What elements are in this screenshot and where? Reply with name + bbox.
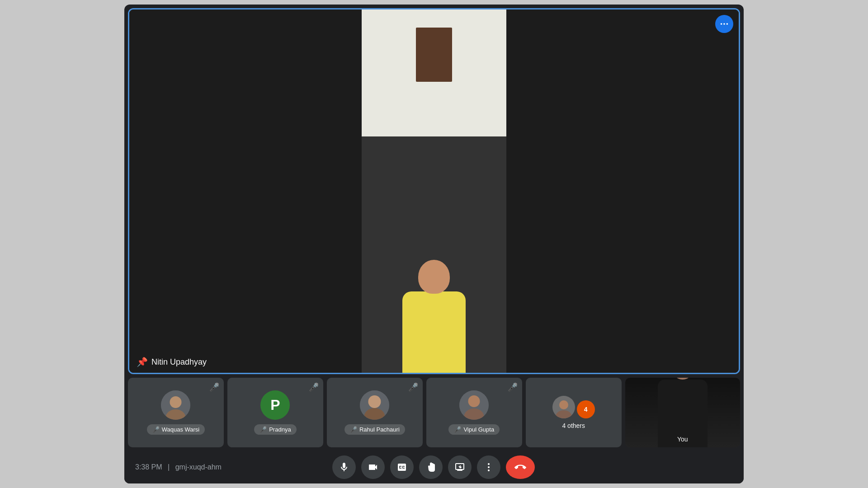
avatar-rahul (360, 390, 389, 420)
mic-icon-pradnya: 🎤 (259, 426, 267, 433)
raise-hand-button[interactable] (419, 455, 443, 479)
participant-tile-you[interactable]: You (625, 378, 740, 447)
name-badge-rahul: 🎤 Rahul Pachauri (344, 424, 405, 435)
bottom-bar: 3:38 PM | gmj-xuqd-ahm (124, 451, 744, 483)
more-options-button[interactable] (715, 15, 733, 33)
present-icon (454, 462, 465, 473)
svg-point-15 (488, 463, 490, 465)
avatar-rahul-image (360, 390, 389, 420)
main-video-area: 📌 Nitin Upadhyay (128, 8, 740, 374)
participant-tile-pradnya[interactable]: 🎤 P 🎤 Pradnya (227, 378, 323, 447)
participants-strip: 🎤 🎤 Waquas Warsi 🎤 P 🎤 Pradnya (124, 374, 744, 451)
captions-icon (396, 462, 407, 473)
video-bg-door (416, 28, 452, 82)
avatar-pradnya: P (260, 390, 290, 420)
svg-point-17 (488, 469, 490, 471)
svg-point-16 (488, 466, 490, 468)
mic-icon-waquas: 🎤 (152, 426, 160, 433)
meeting-separator: | (168, 463, 170, 471)
svg-point-1 (723, 23, 725, 25)
captions-button[interactable] (390, 455, 414, 479)
speaker-figure (402, 260, 466, 373)
others-avatar-image (552, 396, 575, 418)
mic-muted-pradnya: 🎤 (309, 382, 319, 392)
present-button[interactable] (448, 455, 472, 479)
avatar-vipul-image (459, 390, 489, 420)
avatar-waquas (161, 390, 190, 420)
others-orange-badge: 4 (577, 400, 595, 418)
more-icon (483, 462, 494, 473)
mic-button[interactable] (332, 455, 356, 479)
you-label: You (677, 436, 688, 443)
name-label-rahul: Rahul Pachauri (359, 426, 400, 433)
svg-point-13 (559, 400, 568, 409)
others-count: 4 others (562, 422, 585, 429)
meeting-time: 3:38 PM (135, 463, 162, 471)
meeting-code: gmj-xuqd-ahm (175, 463, 222, 471)
participant-tile-rahul[interactable]: 🎤 🎤 Rahul Pachauri (327, 378, 423, 447)
name-label-vipul: Vipul Gupta (463, 426, 494, 433)
svg-point-2 (726, 23, 728, 25)
controls-bar (332, 455, 535, 479)
camera-icon (368, 462, 378, 473)
meet-window: 📌 Nitin Upadhyay 🎤 🎤 Waquas Warsi 🎤 (124, 5, 744, 483)
name-badge-vipul: 🎤 Vipul Gupta (448, 424, 500, 435)
participant-tile-others[interactable]: 4 4 others (526, 378, 622, 447)
more-options-icon (719, 19, 729, 29)
participant-tile-waquas[interactable]: 🎤 🎤 Waquas Warsi (128, 378, 224, 447)
others-avatars-group: 4 (552, 396, 595, 418)
name-badge-waquas: 🎤 Waquas Warsi (147, 424, 205, 435)
you-video-feed: You (625, 378, 740, 447)
main-video-right-panel (506, 9, 739, 373)
mic-icon (339, 462, 349, 473)
raise-hand-icon (425, 462, 436, 473)
participant-tile-vipul[interactable]: 🎤 🎤 Vipul Gupta (426, 378, 522, 447)
others-badge-text: 4 (584, 406, 588, 413)
avatar-vipul (459, 390, 489, 420)
speaker-name: Nitin Upadhyay (151, 357, 207, 367)
name-label-pradnya: Pradnya (269, 426, 291, 433)
svg-point-10 (468, 395, 480, 407)
speaker-video (362, 9, 506, 373)
more-button[interactable] (477, 455, 500, 479)
mic-icon-vipul: 🎤 (454, 426, 461, 433)
name-badge-pradnya: 🎤 Pradnya (254, 424, 296, 435)
svg-point-0 (721, 23, 722, 25)
avatar-letter-pradnya: P (270, 397, 280, 413)
pin-icon: 📌 (137, 357, 148, 367)
end-call-icon (514, 461, 526, 473)
avatar-waquas-image (161, 390, 190, 420)
mic-muted-waquas: 🎤 (209, 382, 219, 392)
speaker-shirt (402, 291, 466, 373)
end-call-button[interactable] (506, 455, 535, 479)
others-avatar-main (552, 396, 575, 418)
mic-muted-rahul: 🎤 (408, 382, 418, 392)
speaker-label: 📌 Nitin Upadhyay (137, 357, 207, 367)
mic-muted-vipul: 🎤 (508, 382, 518, 392)
name-label-waquas: Waquas Warsi (162, 426, 200, 433)
svg-point-7 (368, 395, 381, 408)
main-video-feed (362, 9, 506, 373)
mic-icon-rahul: 🎤 (350, 426, 357, 433)
speaker-head (418, 260, 450, 294)
camera-button[interactable] (361, 455, 385, 479)
main-video-left-panel (129, 9, 362, 373)
svg-point-4 (170, 396, 182, 408)
meeting-info: 3:38 PM | gmj-xuqd-ahm (133, 463, 223, 471)
